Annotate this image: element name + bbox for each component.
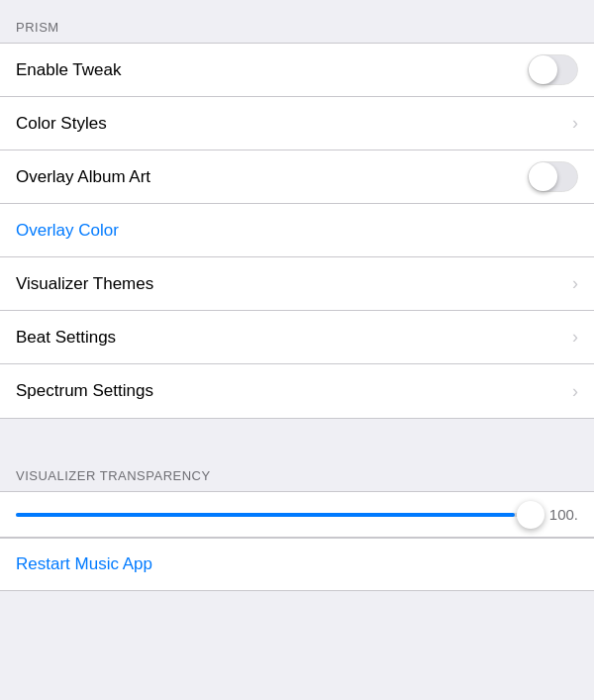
overlay-color-row[interactable]: Overlay Color xyxy=(0,204,594,257)
spectrum-settings-chevron-icon: › xyxy=(572,381,578,402)
beat-settings-row[interactable]: Beat Settings › xyxy=(0,311,594,364)
visualizer-themes-chevron-icon: › xyxy=(572,273,578,294)
spectrum-settings-row[interactable]: Spectrum Settings › xyxy=(0,364,594,418)
overlay-album-art-row: Overlay Album Art xyxy=(0,150,594,204)
section-gap xyxy=(0,419,594,454)
prism-settings-group: Enable Tweak Color Styles › Overlay Albu… xyxy=(0,43,594,419)
spectrum-settings-label: Spectrum Settings xyxy=(16,381,153,401)
prism-section-header: PRISM xyxy=(0,0,594,43)
restart-music-app-label: Restart Music App xyxy=(16,554,152,573)
color-styles-chevron-icon: › xyxy=(572,113,578,134)
restart-music-app-row[interactable]: Restart Music App xyxy=(0,538,594,591)
visualizer-themes-label: Visualizer Themes xyxy=(16,274,153,294)
slider-value: 100. xyxy=(541,506,578,523)
overlay-album-art-toggle-knob xyxy=(529,162,557,191)
beat-settings-chevron-icon: › xyxy=(572,327,578,348)
enable-tweak-toggle-knob xyxy=(529,55,557,84)
color-styles-label: Color Styles xyxy=(16,114,107,134)
overlay-album-art-toggle[interactable] xyxy=(528,161,578,192)
visualizer-transparency-header: VISUALIZER TRANSPARENCY xyxy=(0,454,594,491)
slider-container: 100. xyxy=(0,491,594,538)
slider-track[interactable] xyxy=(16,513,531,517)
slider-thumb[interactable] xyxy=(517,501,544,529)
beat-settings-label: Beat Settings xyxy=(16,328,116,348)
slider-fill xyxy=(16,513,515,517)
overlay-album-art-label: Overlay Album Art xyxy=(16,167,150,187)
enable-tweak-row: Enable Tweak xyxy=(0,44,594,97)
overlay-color-label: Overlay Color xyxy=(16,221,119,241)
enable-tweak-toggle[interactable] xyxy=(528,54,578,85)
color-styles-row[interactable]: Color Styles › xyxy=(0,97,594,150)
enable-tweak-label: Enable Tweak xyxy=(16,60,121,80)
visualizer-themes-row[interactable]: Visualizer Themes › xyxy=(0,257,594,311)
